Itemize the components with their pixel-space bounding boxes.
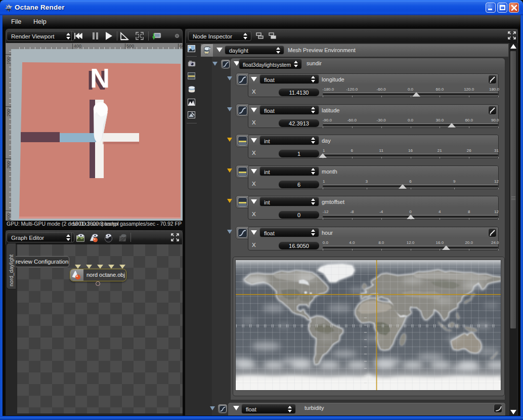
svg-text:N: N [90, 63, 110, 93]
